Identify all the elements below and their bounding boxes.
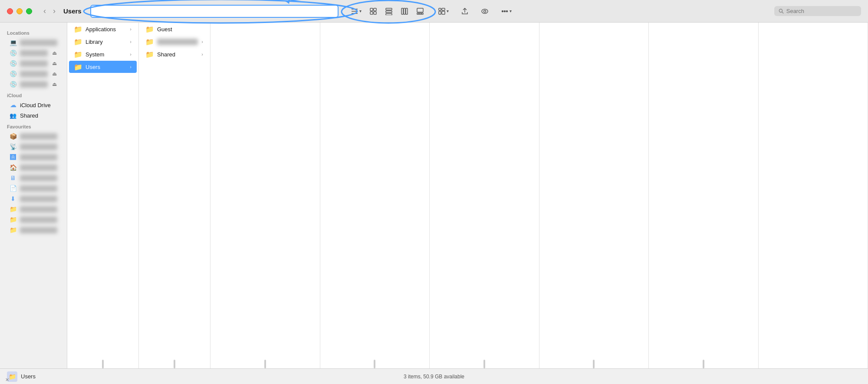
sidebar-item-drive1[interactable]: 💿 Drive 1 ⏏ [3,48,64,58]
sidebar-item-drive2[interactable]: 💿 Drive 2 ⏏ [3,58,64,69]
svg-line-31 [782,12,783,13]
file-item-applications[interactable]: 📁 Applications › [69,23,137,35]
file-item-users[interactable]: 📁 Users › [69,61,137,73]
group-button[interactable]: ▾ [434,6,452,17]
folder1-icon: 📁 [10,226,16,233]
icloud-shared-icon: 👥 [10,112,16,119]
svg-rect-11 [386,11,392,13]
sidebar-item-icloud-drive-label: iCloud Drive [20,102,57,108]
search-icon [779,8,784,14]
svg-rect-10 [386,8,392,10]
column-resizer-3[interactable] [264,360,266,368]
drive2-icon: 💿 [10,60,16,67]
sidebar-item-documents[interactable]: 📄 Documents [3,183,64,194]
sidebar-item-desktop[interactable]: 🖥 Desktop [3,173,64,183]
sidebar-item-creative[interactable]: 📁 CreativeCloud [3,214,64,225]
folder-system-icon: 📁 [74,50,82,58]
statusbar-left: 📁 Users [7,371,36,382]
eject-drive1-button[interactable]: ⏏ [51,50,57,56]
column-pane-2: 📁 Guest 📁 Username › 📁 Shared › [139,23,210,368]
close-button[interactable] [7,8,13,14]
address-bar-wrapper [90,5,339,18]
sidebar-item-downloads[interactable]: ⬇ Downloads [3,194,64,204]
sidebar-item-drive4[interactable]: 💿 Drive 4 ⏏ [3,79,64,89]
sidebar-item-folder1[interactable]: 📁 Folder [3,225,64,235]
svg-point-27 [502,10,503,12]
sidebar-item-apps-fav[interactable]: 🅰 Applications [3,152,64,162]
folder-username-icon: 📁 [146,38,154,46]
list-view-button[interactable]: ▾ [347,6,365,17]
folder-guest-icon: 📁 [146,25,154,33]
search-bar[interactable] [774,6,861,16]
locations-section-label: Locations [0,27,67,37]
sidebar-item-dropbox[interactable]: 📦 Dropbox [3,131,64,141]
sidebar-item-home[interactable]: 🏠 Home [3,162,64,173]
sidebar-item-airdrop-label: AirDrop [20,144,57,150]
desktop-icon: 🖥 [10,174,16,181]
sidebar-item-drive4-label: Drive 4 [20,81,48,88]
empty-col-8 [759,23,868,368]
fullscreen-button[interactable] [26,8,32,14]
toolbar-oval-wrapper: ▾ [344,6,427,17]
sidebar-item-folder1-label: Folder [20,227,57,233]
sidebar-item-icloud-shared[interactable]: 👥 Shared [3,110,64,121]
apps-fav-icon: 🅰 [10,154,16,161]
more-options-button[interactable]: ▾ [497,6,515,17]
icon-view-button[interactable] [366,6,381,17]
sidebar-item-creative-label: CreativeCloud [20,217,57,223]
chevron-users-icon: › [130,64,132,69]
column-resizer-5[interactable] [483,360,485,368]
column-view-button[interactable] [397,6,412,17]
sidebar-item-icloud-drive[interactable]: ☁ iCloud Drive [3,100,64,110]
svg-rect-19 [421,13,423,14]
svg-rect-13 [401,8,403,14]
gallery-view-button[interactable] [413,6,427,17]
address-input[interactable] [90,5,339,18]
column-resizer-6[interactable] [593,360,595,368]
drive3-icon: 💿 [10,70,16,77]
svg-point-28 [504,10,506,12]
titlebar: ‹ › Users ▾ [0,0,868,23]
projects-icon: 📁 [10,206,16,213]
column-resizer-7[interactable] [703,360,704,368]
folder-users-icon: 📁 [74,63,82,71]
list-rows-button[interactable] [381,6,396,17]
home-icon: 🏠 [10,164,16,171]
main-content: Locations 💻 MacBook Pro 💿 Drive 1 ⏏ 💿 Dr… [0,23,868,368]
chevron-library-icon: › [130,39,132,44]
sidebar-item-documents-label: Documents [20,185,57,192]
airdrop-icon: 📡 [10,143,16,150]
svg-rect-7 [374,8,376,11]
sidebar-item-airdrop[interactable]: 📡 AirDrop [3,141,64,152]
file-item-username[interactable]: 📁 Username › [141,36,208,48]
eject-drive4-button[interactable]: ⏏ [51,81,57,87]
svg-marker-2 [286,0,290,4]
column-resizer-4[interactable] [374,360,375,368]
statusbar-close-button[interactable]: ✕ [3,376,10,383]
minimize-button[interactable] [16,8,23,14]
preview-button[interactable] [477,6,492,17]
svg-point-29 [506,10,508,12]
file-item-system-name: System [85,51,126,58]
sidebar-item-projects[interactable]: 📁 Projects [3,204,64,214]
file-item-system[interactable]: 📁 System › [69,48,137,60]
file-item-guest-name: Guest [157,26,203,33]
eject-drive2-button[interactable]: ⏏ [51,60,57,66]
empty-col-6 [539,23,649,368]
search-input[interactable] [786,8,857,14]
eject-drive3-button[interactable]: ⏏ [51,71,57,77]
svg-rect-21 [439,8,441,10]
chevron-system-icon: › [130,52,132,57]
share-button[interactable] [457,6,472,17]
documents-icon: 📄 [10,185,16,192]
column-resizer-2[interactable] [174,360,175,368]
file-item-library[interactable]: 📁 Library › [69,36,137,48]
file-item-shared[interactable]: 📁 Shared › [141,48,208,60]
column-resizer-1[interactable] [102,360,104,368]
forward-button[interactable]: › [50,6,58,16]
sidebar-item-drive3[interactable]: 💿 Drive 3 ⏏ [3,69,64,79]
file-item-guest[interactable]: 📁 Guest [141,23,208,35]
back-button[interactable]: ‹ [41,6,49,16]
traffic-lights [7,8,32,14]
sidebar-item-macbook[interactable]: 💻 MacBook Pro [3,37,64,48]
